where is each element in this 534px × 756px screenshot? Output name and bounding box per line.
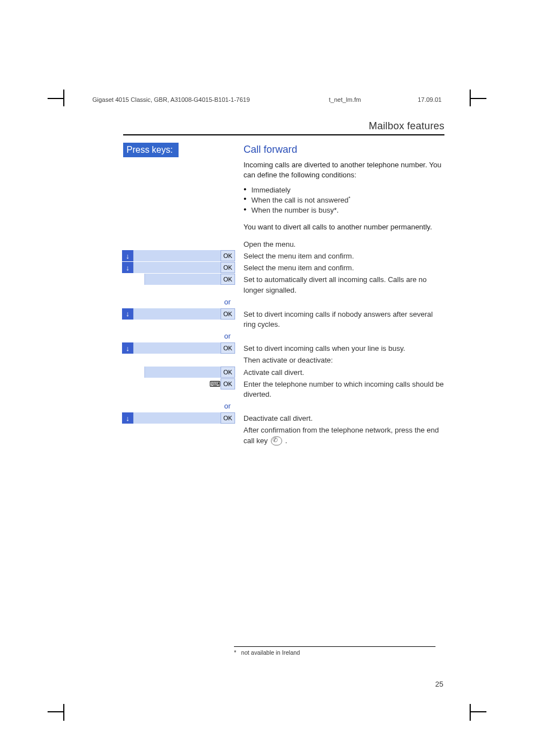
crop-mark <box>470 98 486 99</box>
step-busy: Set to divert incoming calls when your l… <box>235 342 444 354</box>
crop-mark <box>63 90 64 106</box>
press-keys-label: Press keys: <box>123 143 179 157</box>
bullet-immediately: Immediately <box>251 186 291 194</box>
display-strip <box>133 342 221 354</box>
key-sequence: ↓ OK <box>122 342 235 354</box>
crop-mark <box>470 90 471 106</box>
display-strip <box>144 274 221 285</box>
down-arrow-icon: ↓ <box>122 412 133 424</box>
list-item: Immediately <box>243 186 444 194</box>
conditions-list: Immediately When the call is not answere… <box>243 186 444 214</box>
divert-all-paragraph: You want to divert all calls to another … <box>243 222 444 232</box>
confirm-text-post: . <box>283 436 287 445</box>
step-activate: Activate call divert. <box>235 367 444 378</box>
or-separator: or <box>123 332 235 340</box>
display-strip <box>133 250 221 261</box>
step-enter-number: Enter the telephone number to which inco… <box>235 378 444 400</box>
crop-mark <box>63 704 64 721</box>
key-sequence: ↓ OK <box>122 262 235 273</box>
ok-key: OK <box>221 308 235 320</box>
key-sequence: OK <box>122 367 235 378</box>
heading-call-forward: Call forward <box>243 144 444 156</box>
step-no-answer: Set to divert incoming calls if nobody a… <box>235 308 444 330</box>
manual-page: Gigaset 4015 Classic, GBR, A31008-G4015-… <box>0 0 534 756</box>
display-strip <box>133 308 221 320</box>
key-sequence: ↓ OK <box>122 308 235 320</box>
step-deactivate: Deactivate call divert. <box>235 412 444 424</box>
meta-product: Gigaset 4015 Classic, GBR, A31008-G4015-… <box>92 96 250 103</box>
down-arrow-icon: ↓ <box>122 308 133 320</box>
down-arrow-icon: ↓ <box>122 262 133 273</box>
footnote-marker: * <box>234 649 236 656</box>
key-sequence: ⌨ OK <box>209 378 235 389</box>
step-open-menu: Open the menu. <box>235 238 444 250</box>
bullet-not-answered: When the call is not answered <box>251 196 348 205</box>
crop-mark <box>48 711 64 712</box>
down-arrow-icon: ↓ <box>122 342 133 354</box>
step-after-confirm: After confirmation from the telephone ne… <box>235 424 444 445</box>
footnote-text: not available in Ireland <box>241 649 300 656</box>
footnote: * not available in Ireland <box>234 646 435 656</box>
display-strip <box>133 412 221 424</box>
ok-key: OK <box>221 378 235 389</box>
ok-key: OK <box>221 342 235 354</box>
step-auto-divert: Set to automatically divert all incoming… <box>235 274 444 295</box>
display-strip <box>133 262 221 273</box>
page-number: 25 <box>435 680 443 688</box>
ok-key: OK <box>221 367 235 378</box>
meta-file: t_net_lm.fm <box>329 96 360 103</box>
intro-paragraph: Incoming calls are diverted to another t… <box>243 160 444 180</box>
or-separator: or <box>123 402 235 410</box>
display-strip <box>144 367 221 378</box>
step-then-activate: Then activate or deactivate: <box>235 354 444 365</box>
footnote-ref: * <box>348 195 350 201</box>
section-title: Mailbox features <box>123 120 444 135</box>
ok-key: OK <box>221 412 235 424</box>
step-select-1: Select the menu item and confirm. <box>235 250 444 261</box>
ok-key: OK <box>221 274 235 285</box>
list-item: When the number is busy*. <box>243 206 444 214</box>
key-sequence: OK <box>122 274 235 285</box>
header-meta: Gigaset 4015 Classic, GBR, A31008-G4015-… <box>92 96 442 103</box>
bullet-busy: When the number is busy*. <box>251 206 339 214</box>
key-sequence: ↓ OK <box>122 250 235 261</box>
crop-mark <box>470 711 486 712</box>
key-sequence: ↓ OK <box>122 412 235 424</box>
ok-key: OK <box>221 250 235 261</box>
or-separator: or <box>123 298 235 306</box>
ok-key: OK <box>221 262 235 273</box>
crop-mark <box>48 98 64 99</box>
list-item: When the call is not answered* <box>243 195 444 204</box>
content-area: Press keys: Call forward Incoming calls … <box>123 143 444 447</box>
step-select-2: Select the menu item and confirm. <box>235 262 444 273</box>
meta-date: 17.09.01 <box>418 96 442 103</box>
keypad-icon: ⌨ <box>209 378 221 389</box>
down-arrow-icon: ↓ <box>122 250 133 261</box>
crop-mark <box>470 704 471 721</box>
end-call-key-icon <box>271 436 282 445</box>
